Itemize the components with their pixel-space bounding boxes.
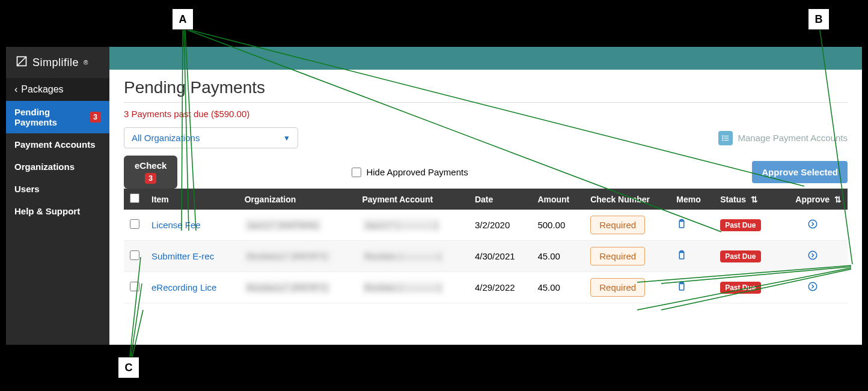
col-approve[interactable]: Approve ⇅ xyxy=(777,189,848,210)
sidebar-item-label: Payment Accounts xyxy=(14,139,95,150)
table-row: License Fee Jazz17 (NATWIA) Jazz17 (————… xyxy=(124,210,848,241)
check-number-required[interactable]: Required xyxy=(590,278,645,297)
approve-arrow-icon[interactable] xyxy=(807,250,818,261)
check-number-required[interactable]: Required xyxy=(590,216,645,234)
sidebar-item-label: Users xyxy=(14,184,40,194)
check-number-required[interactable]: Required xyxy=(590,247,645,265)
amount-cell: 45.00 xyxy=(531,272,584,303)
sort-icon: ⇅ xyxy=(832,195,842,204)
status-badge: Past Due xyxy=(720,219,760,231)
org-cell: Rockies17 (PATIFY) xyxy=(245,281,330,294)
chevron-down-icon: ▼ xyxy=(283,134,290,142)
date-cell: 4/29/2022 xyxy=(469,272,532,303)
sidebar-item-pending-payments[interactable]: Pending Payments 3 xyxy=(6,101,109,133)
status-badge: Past Due xyxy=(720,250,760,262)
col-item[interactable]: Item xyxy=(145,189,239,210)
row-select-checkbox[interactable] xyxy=(130,219,139,229)
select-all-checkbox[interactable] xyxy=(130,193,139,203)
list-icon xyxy=(718,131,733,145)
col-organization[interactable]: Organization xyxy=(239,189,356,210)
svg-point-19 xyxy=(723,138,723,138)
brand-logo-icon xyxy=(16,55,28,70)
sidebar-item-organizations[interactable]: Organizations xyxy=(6,156,109,178)
hide-approved-toggle[interactable]: Hide Approved Payments xyxy=(352,167,468,177)
svg-point-18 xyxy=(723,135,723,136)
col-memo[interactable]: Memo xyxy=(670,189,714,210)
past-due-alert: 3 Payments past due ($590.00) xyxy=(124,109,848,119)
item-link[interactable]: eRecording Lice xyxy=(151,282,216,292)
approve-arrow-icon[interactable] xyxy=(807,219,818,229)
table-row: Submitter E-rec Rockies17 (PATIFY) Rocki… xyxy=(124,241,848,272)
col-payment-account[interactable]: Payment Account xyxy=(356,189,469,210)
sort-icon: ⇅ xyxy=(748,195,758,204)
sidebar-item-users[interactable]: Users xyxy=(6,178,109,200)
table-header-row: Item Organization Payment Account Date A… xyxy=(124,189,848,210)
sidebar-item-help-support[interactable]: Help & Support xyxy=(6,200,109,222)
col-check-number[interactable]: Check Number xyxy=(584,189,670,210)
approve-selected-button[interactable]: Approve Selected xyxy=(752,161,848,183)
item-link[interactable]: License Fee xyxy=(151,220,201,230)
table-row: eRecording Lice Rockies17 (PATIFY) Rocki… xyxy=(124,272,848,303)
svg-point-26 xyxy=(808,251,817,259)
main-content: Pending Payments 3 Payments past due ($5… xyxy=(109,47,862,345)
annotation-c: C xyxy=(118,357,139,378)
org-filter-value: All Organizations xyxy=(132,133,200,143)
account-cell: Rockies (————) xyxy=(362,250,444,262)
clipboard-icon[interactable] xyxy=(676,219,687,229)
manage-payment-accounts-link[interactable]: Manage Payment Accounts xyxy=(718,131,848,145)
svg-point-29 xyxy=(808,282,817,291)
col-amount[interactable]: Amount xyxy=(531,189,584,210)
brand-reg: ® xyxy=(84,59,88,66)
nav-back-label: Packages xyxy=(21,84,63,95)
app-frame: Simplifile® ‹ Packages Pending Payments … xyxy=(6,47,862,345)
payments-table: Item Organization Payment Account Date A… xyxy=(124,189,848,303)
tab-echeck[interactable]: eCheck 3 xyxy=(124,156,177,189)
tab-badge: 3 xyxy=(145,173,156,184)
svg-point-23 xyxy=(808,220,817,228)
sidebar-item-label: Organizations xyxy=(14,162,75,172)
amount-cell: 500.00 xyxy=(531,210,584,241)
sidebar-item-label: Pending Payments xyxy=(14,107,90,127)
col-status[interactable]: Status ⇅ xyxy=(714,189,777,210)
org-cell: Jazz17 (NATWIA) xyxy=(245,219,321,231)
clipboard-icon[interactable] xyxy=(676,281,687,292)
date-cell: 4/30/2021 xyxy=(469,241,532,272)
tab-label: eCheck xyxy=(135,160,167,171)
hide-approved-checkbox[interactable] xyxy=(352,168,361,177)
manage-link-label: Manage Payment Accounts xyxy=(738,133,848,143)
svg-line-14 xyxy=(17,57,26,66)
row-select-checkbox[interactable] xyxy=(130,282,139,291)
row-select-checkbox[interactable] xyxy=(130,250,139,260)
sidebar: Simplifile® ‹ Packages Pending Payments … xyxy=(6,47,109,345)
toolbar-row-2: eCheck 3 Hide Approved Payments Approve … xyxy=(124,156,848,189)
sidebar-item-payment-accounts[interactable]: Payment Accounts xyxy=(6,133,109,156)
hide-approved-label: Hide Approved Payments xyxy=(366,167,468,177)
divider xyxy=(124,102,848,103)
svg-point-20 xyxy=(723,139,723,140)
col-date[interactable]: Date xyxy=(469,189,532,210)
account-cell: Jazz17 (————) xyxy=(362,219,441,231)
approve-arrow-icon[interactable] xyxy=(807,281,818,292)
page-title: Pending Payments xyxy=(124,78,848,97)
annotation-a: A xyxy=(172,8,194,30)
date-cell: 3/2/2020 xyxy=(469,210,532,241)
header-bar xyxy=(109,47,862,70)
toolbar: All Organizations ▼ Manage Payment Accou… xyxy=(124,127,848,148)
account-cell: Rockies (————) xyxy=(362,281,444,294)
org-cell: Rockies17 (PATIFY) xyxy=(245,250,330,262)
org-filter-dropdown[interactable]: All Organizations ▼ xyxy=(124,127,298,148)
content-area: Pending Payments 3 Payments past due ($5… xyxy=(109,70,862,312)
sidebar-item-label: Help & Support xyxy=(14,206,80,216)
annotation-b: B xyxy=(808,8,830,30)
amount-cell: 45.00 xyxy=(531,241,584,272)
chevron-left-icon: ‹ xyxy=(14,84,17,95)
sidebar-badge: 3 xyxy=(90,112,101,123)
nav-back-packages[interactable]: ‹ Packages xyxy=(6,78,109,101)
status-badge: Past Due xyxy=(720,282,760,294)
clipboard-icon[interactable] xyxy=(676,250,687,261)
brand-text: Simplifile xyxy=(32,56,79,69)
item-link[interactable]: Submitter E-rec xyxy=(151,251,214,261)
brand: Simplifile® xyxy=(6,47,109,78)
